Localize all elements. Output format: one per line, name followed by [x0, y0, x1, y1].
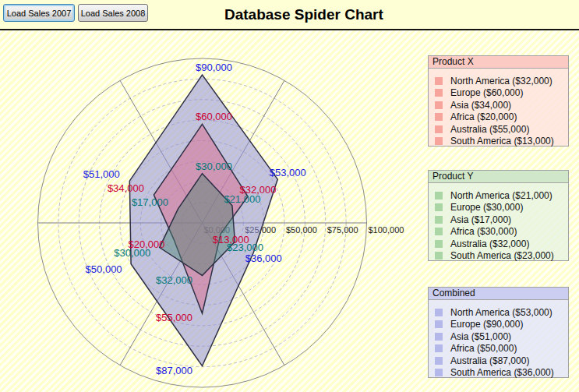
data-label: $32,000 — [156, 274, 192, 286]
legend-swatch-icon — [435, 192, 443, 200]
legend-swatch-icon — [435, 125, 443, 133]
legend-item-label: North America ($32,000) — [450, 76, 553, 87]
legend-body-combined: North America ($53,000)Europe ($90,000)A… — [429, 300, 568, 377]
data-label: $30,000 — [114, 247, 150, 259]
legend-item: North America ($53,000) — [435, 306, 565, 319]
legend-item-label: North America ($21,000) — [450, 190, 553, 201]
legend-item: North America ($21,000) — [435, 189, 565, 202]
legend-item: South America ($36,000) — [435, 367, 565, 380]
legend-item: Europe ($90,000) — [435, 319, 565, 331]
legend-item-label: North America ($53,000) — [450, 307, 553, 318]
data-label: $30,000 — [196, 161, 232, 172]
legend-item: South America ($23,000) — [435, 250, 565, 263]
legend-item-label: Australia ($32,000) — [450, 238, 529, 249]
legend-item: Australia ($55,000) — [435, 123, 565, 136]
legend-item-label: Europe ($30,000) — [450, 202, 523, 213]
load-sales-2008-button[interactable]: Load Sales 2008 — [78, 4, 148, 22]
legend-item-label: Europe ($90,000) — [450, 319, 523, 330]
legend-title-combined: Combined — [429, 288, 568, 300]
legend-swatch-icon — [435, 89, 443, 97]
legend-product-y: Product YNorth America ($21,000)Europe (… — [428, 170, 569, 261]
legend-body-product-y: North America ($21,000)Europe ($30,000)A… — [429, 183, 568, 260]
legend-item-label: South America ($36,000) — [450, 367, 554, 378]
data-label: $55,000 — [156, 312, 192, 323]
legend-title-product-y: Product Y — [429, 171, 568, 183]
axis-tick-label: $50,000 — [286, 225, 317, 235]
legend-swatch-icon — [435, 228, 443, 235]
legend-item-label: South America ($23,000) — [450, 250, 554, 261]
legend-item: Asia ($17,000) — [435, 214, 565, 226]
legend-item-label: Australia ($55,000) — [450, 124, 529, 135]
legend-body-product-x: North America ($32,000)Europe ($60,000)A… — [429, 69, 568, 146]
data-label: $36,000 — [245, 253, 282, 264]
legend-swatch-icon — [435, 309, 443, 316]
data-label: $50,000 — [86, 263, 122, 275]
load-sales-2007-button[interactable]: Load Sales 2007 — [3, 4, 75, 22]
legend-item: Europe ($60,000) — [435, 87, 565, 100]
legend-swatch-icon — [435, 369, 443, 376]
legend-swatch-icon — [435, 101, 443, 109]
legend-item: Europe ($30,000) — [435, 202, 565, 214]
legend-combined: CombinedNorth America ($53,000)Europe ($… — [428, 287, 569, 378]
legend-item: Asia ($51,000) — [435, 330, 565, 343]
data-label: $53,000 — [270, 167, 306, 178]
data-label: $87,000 — [156, 365, 192, 376]
legend-swatch-icon — [435, 216, 443, 224]
legend-item-label: South America ($13,000) — [450, 136, 554, 147]
page-title: Database Spider Chart — [224, 6, 383, 23]
legend-swatch-icon — [435, 77, 443, 85]
legend-swatch-icon — [435, 252, 443, 260]
legend-item-label: Asia ($51,000) — [450, 331, 511, 342]
legend-item: Africa ($20,000) — [435, 111, 565, 124]
legend-title-product-x: Product X — [429, 56, 568, 69]
legend-item-label: Europe ($60,000) — [450, 87, 523, 98]
legend-item: Australia ($87,000) — [435, 355, 565, 367]
axis-tick-label: $75,000 — [327, 225, 358, 235]
legend-item: Asia ($34,000) — [435, 99, 565, 111]
spider-chart: $0,000$25,000$50,000$75,000$100,000$32,0… — [0, 32, 425, 392]
legend-item-label: Africa ($30,000) — [450, 226, 517, 237]
legend-swatch-icon — [435, 344, 443, 352]
legend-swatch-icon — [435, 320, 443, 328]
app-window: { "toolbar": { "button_2007": "Load Sale… — [0, 0, 579, 392]
legend-product-x: Product XNorth America ($32,000)Europe (… — [428, 55, 569, 147]
legend-swatch-icon — [435, 357, 443, 365]
data-label: $34,000 — [108, 182, 144, 194]
axis-tick-label: $100,000 — [369, 225, 404, 235]
toolbar: Load Sales 2007 Load Sales 2008 Database… — [0, 0, 579, 30]
data-label: $51,000 — [83, 168, 120, 180]
legend-item: South America ($13,000) — [435, 136, 565, 148]
data-label: $60,000 — [196, 111, 232, 122]
legend-item: Australia ($32,000) — [435, 238, 565, 250]
legend-item-label: Africa ($50,000) — [450, 343, 517, 354]
legend-item-label: Asia ($34,000) — [450, 100, 511, 111]
legend-item: North America ($32,000) — [435, 75, 565, 87]
legend-item-label: Africa ($20,000) — [450, 111, 517, 122]
legend-swatch-icon — [435, 137, 443, 145]
legend-swatch-icon — [435, 203, 443, 211]
legend-item-label: Australia ($87,000) — [450, 355, 529, 366]
data-label: $90,000 — [196, 62, 232, 73]
legend-item: Africa ($50,000) — [435, 343, 565, 355]
legend-swatch-icon — [435, 113, 443, 121]
data-label: $17,000 — [132, 196, 168, 208]
legend-swatch-icon — [435, 333, 443, 341]
legend-swatch-icon — [435, 240, 443, 248]
legend-item-label: Asia ($17,000) — [450, 214, 511, 225]
data-label: $21,000 — [224, 193, 260, 205]
legend-item: Africa ($30,000) — [435, 226, 565, 238]
